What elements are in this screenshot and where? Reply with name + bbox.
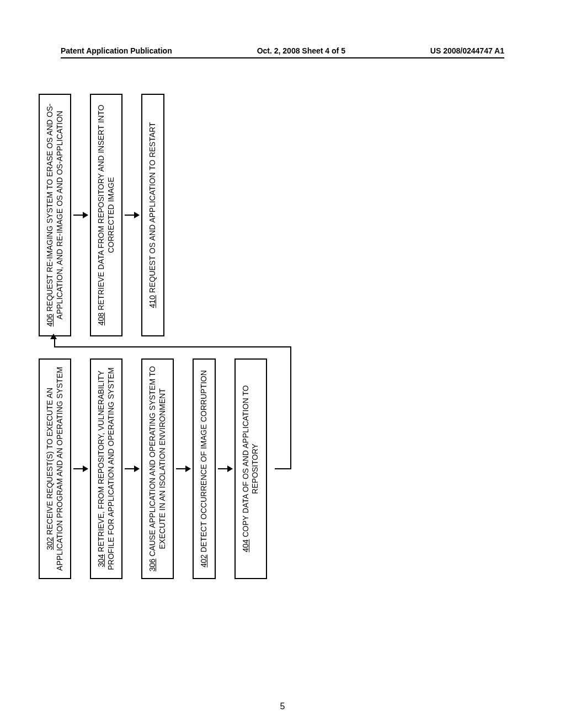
- header-right: US 2008/0244747 A1: [430, 46, 504, 55]
- arrow-down-icon: [125, 215, 139, 216]
- box-text: REQUEST OS AND APPLICATION TO RESTART: [148, 122, 157, 293]
- page: Patent Application Publication Oct. 2, 2…: [0, 0, 565, 728]
- box-number: 410: [148, 295, 157, 308]
- box-number: 408: [97, 313, 105, 325]
- arrow-down-icon: [218, 468, 232, 469]
- connector-line: [275, 468, 291, 469]
- left-column: 302 RECEIVE REQUEST(S) TO EXECUTE AN APP…: [39, 358, 267, 579]
- box-text: RETRIEVE, FROM REPOSITORY, VULNERABILITY…: [97, 367, 115, 570]
- box-406: 406 REQUEST RE-IMAGING SYSTEM TO ERASE O…: [39, 94, 71, 336]
- arrow-down-icon: [73, 215, 88, 216]
- box-404: 404 COPY DATA OF OS AND APPLICATION TO R…: [234, 358, 267, 579]
- box-text: COPY DATA OF OS AND APPLICATION TO REPOS…: [241, 386, 260, 537]
- box-306: 306 CAUSE APPLICATION AND OPERATING SYST…: [141, 358, 174, 579]
- header-left: Patent Application Publication: [61, 46, 172, 55]
- arrow-down-icon: [176, 468, 190, 469]
- arrow-down-icon: [125, 468, 139, 469]
- box-number: 302: [45, 537, 54, 550]
- connector-line: [54, 346, 291, 347]
- box-text: REQUEST RE-IMAGING SYSTEM TO ERASE OS AN…: [45, 104, 64, 319]
- box-text: CAUSE APPLICATION AND OPERATING SYSTEM T…: [148, 366, 167, 556]
- arrow-right-tip-icon: [50, 334, 57, 339]
- box-408: 408 RETRIEVE DATA FROM REPOSITORY AND IN…: [90, 94, 122, 336]
- box-number: 402: [199, 554, 208, 567]
- box-402: 402 DETECT OCCURRENCE OF IMAGE CORRUPTIO…: [193, 358, 216, 579]
- box-text: RETRIEVE DATA FROM REPOSITORY AND INSERT…: [97, 105, 115, 311]
- box-410: 410 REQUEST OS AND APPLICATION TO RESTAR…: [141, 94, 164, 336]
- box-number: 304: [97, 554, 105, 567]
- connector-line: [290, 347, 291, 469]
- header-center: Oct. 2, 2008 Sheet 4 of 5: [257, 46, 345, 55]
- right-column: 406 REQUEST RE-IMAGING SYSTEM TO ERASE O…: [39, 94, 164, 336]
- flow-diagram: FIG. 4 302 RECEIVE REQUEST(S) TO EXECUTE…: [0, 154, 565, 585]
- arrow-down-icon: [73, 468, 88, 469]
- box-304: 304 RETRIEVE, FROM REPOSITORY, VULNERABI…: [90, 358, 122, 579]
- box-302: 302 RECEIVE REQUEST(S) TO EXECUTE AN APP…: [39, 358, 71, 579]
- box-text: DETECT OCCURRENCE OF IMAGE CORRUPTION: [199, 370, 208, 552]
- box-number: 406: [45, 314, 54, 326]
- box-number: 404: [241, 539, 250, 552]
- page-number: 5: [280, 702, 285, 711]
- box-number: 306: [148, 559, 157, 571]
- page-header: Patent Application Publication Oct. 2, 2…: [61, 46, 504, 58]
